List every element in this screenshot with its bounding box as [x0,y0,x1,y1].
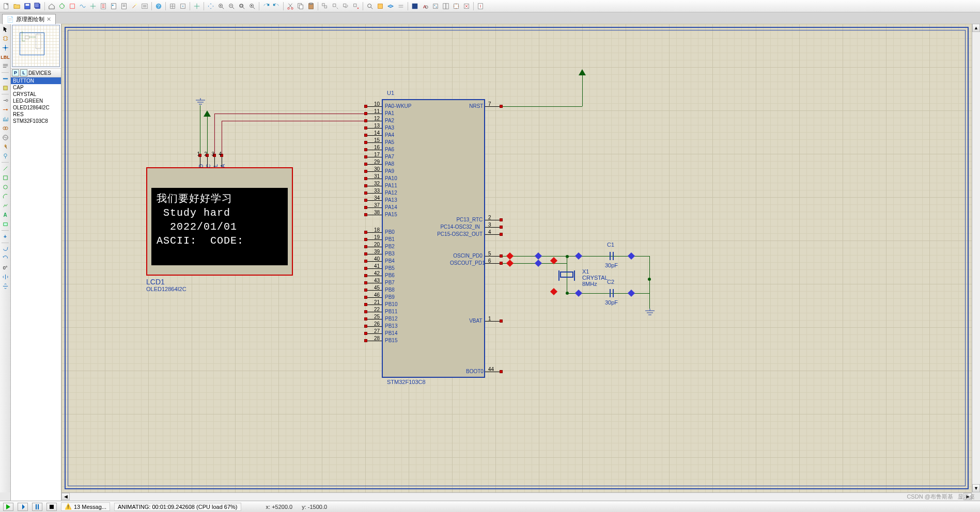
redo-icon[interactable] [272,2,281,11]
paste-icon[interactable] [306,2,316,11]
tape-icon[interactable] [1,124,10,133]
mirror-h-icon[interactable] [1,273,10,281]
capacitor[interactable] [608,289,615,298]
erc-icon[interactable] [99,2,108,11]
mcu-body[interactable] [382,99,485,378]
device-pin-icon[interactable] [1,105,10,114]
device-item[interactable]: STM32F103C8 [11,118,61,124]
parts-icon[interactable] [68,2,77,11]
wirelabel-icon[interactable]: LBL [1,53,10,61]
help-icon[interactable]: ? [154,2,163,11]
zoom-out-icon[interactable] [227,2,236,11]
snap-icon[interactable] [178,2,188,11]
home-icon[interactable] [47,2,56,11]
decompose-icon[interactable] [396,2,406,11]
circle-icon[interactable] [1,183,10,191]
pick-icon[interactable] [365,2,375,11]
area-icon[interactable] [441,2,450,11]
angle-zero[interactable]: 0° [1,263,10,272]
play-icon[interactable] [3,503,13,511]
stop-icon[interactable] [46,503,57,511]
new-sheet-icon[interactable] [452,2,461,11]
property-icon[interactable] [431,2,440,11]
tab-schematic[interactable]: 📄 原理图绘制 ✕ [2,14,56,24]
device-item[interactable]: LED-GREEN [11,98,61,104]
scroll-left-icon[interactable]: ◀ [61,493,70,500]
pick-device-icon[interactable]: P [12,69,19,76]
report-icon[interactable] [109,2,118,11]
scroll-up-icon[interactable]: ▲ [972,24,980,32]
mirror-v-icon[interactable] [1,282,10,291]
grid-toggle-icon[interactable] [168,2,177,11]
probe-v-icon[interactable] [1,142,10,151]
text-script-icon[interactable] [1,62,10,71]
rotate-cw-icon[interactable] [1,245,10,253]
line-icon[interactable] [1,164,10,173]
terminal-icon[interactable] [1,96,10,105]
center-icon[interactable] [192,2,201,11]
refresh-data-icon[interactable] [57,2,67,11]
hscrollbar[interactable]: ◀ ▶ [61,492,972,501]
devices-list[interactable]: BUTTONCAPCRYSTALLED-GREENOLED12864I2CRES… [11,77,61,492]
list-icon[interactable] [140,2,149,11]
toggle-dark-icon[interactable] [410,2,419,11]
cut-icon[interactable] [286,2,295,11]
new-icon[interactable] [2,2,11,11]
component-icon[interactable] [1,34,10,43]
junction-icon[interactable] [1,43,10,52]
device-item[interactable]: RES [11,111,61,118]
make-device-icon[interactable] [376,2,385,11]
bom-icon[interactable] [78,2,87,11]
probe-i-icon[interactable] [1,152,10,161]
vscrollbar[interactable]: ▲ ▼ [972,24,980,492]
bus-icon[interactable] [1,74,10,83]
overview-minimap[interactable] [12,25,60,67]
capacitor[interactable] [608,252,615,261]
lib-icon[interactable]: L [20,69,27,76]
notes-icon[interactable] [119,2,129,11]
symbol-icon[interactable] [1,220,10,229]
wizard-icon[interactable] [130,2,139,11]
blockcopy-icon[interactable] [320,2,330,11]
graph-icon[interactable] [1,115,10,123]
del-sheet-icon[interactable] [462,2,471,11]
crystal-symbol[interactable] [560,271,573,278]
blockrotate-icon[interactable] [341,2,350,11]
arc-icon[interactable] [1,192,10,201]
netlist-icon[interactable] [88,2,98,11]
zoom-in-icon[interactable] [216,2,226,11]
select-icon[interactable] [1,25,10,34]
zoom-region-icon[interactable] [247,2,257,11]
rotate-ccw-icon[interactable] [1,254,10,263]
save-icon[interactable] [23,2,32,11]
messages-box[interactable]: ⚠️ 13 Messag... [61,502,110,511]
pause-icon[interactable] [32,503,42,511]
exit-icon[interactable] [476,2,485,11]
step-icon[interactable] [18,503,28,511]
copy-icon[interactable] [296,2,305,11]
text-icon[interactable]: A [1,211,10,219]
device-item[interactable]: OLED12864I2C [11,104,61,111]
schematic-canvas[interactable]: U1STM32F103C810PA0-WKUP11PA112PA213PA314… [61,24,972,492]
subcircuit-icon[interactable] [1,84,10,92]
zoom-fit-icon[interactable] [237,2,246,11]
pan-icon[interactable] [206,2,215,11]
marker-plus-icon[interactable]: + [1,232,10,241]
saveall-icon[interactable] [33,2,42,11]
device-item[interactable]: CAP [11,84,61,91]
undo-icon[interactable] [261,2,271,11]
tab-close-icon[interactable]: ✕ [46,16,51,23]
find-text-icon[interactable]: A [421,2,430,11]
device-item[interactable]: CRYSTAL [11,91,61,98]
generator-icon[interactable] [1,133,10,142]
blockdelete-icon[interactable] [351,2,361,11]
path-icon[interactable] [1,201,10,210]
open-icon[interactable] [12,2,22,11]
device-item[interactable]: BUTTON [11,77,61,84]
pack-icon[interactable] [386,2,395,11]
blockmove-icon[interactable] [331,2,340,11]
scroll-down-icon[interactable]: ▼ [972,484,980,492]
box-icon[interactable] [1,173,10,182]
hscroll-track[interactable] [70,493,963,501]
vscroll-track[interactable] [972,32,980,484]
